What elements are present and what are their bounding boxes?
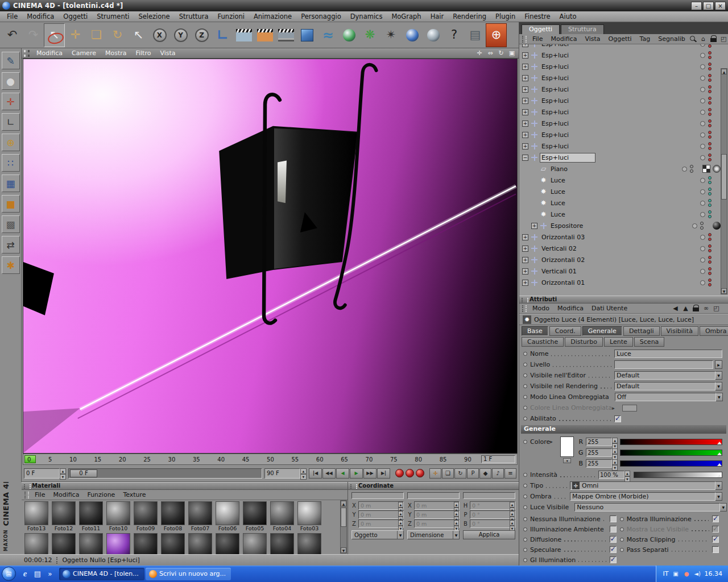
anim-dot[interactable]: [523, 494, 527, 498]
start-button[interactable]: [2, 567, 16, 581]
timeline-slider[interactable]: 0 F: [68, 468, 262, 479]
taskbar-task[interactable]: CINEMA 4D - [tolen...: [59, 568, 144, 580]
material-item[interactable]: [77, 532, 105, 554]
anim-dot[interactable]: [523, 527, 527, 531]
tree-row[interactable]: Luce: [519, 197, 721, 209]
checkbox[interactable]: [610, 556, 617, 563]
material-item[interactable]: Foto03: [296, 500, 323, 532]
spinner-arrows[interactable]: [624, 471, 630, 479]
material-item[interactable]: [23, 532, 50, 554]
generale-section-header[interactable]: Generale: [521, 425, 726, 434]
dropdown-arrow-icon[interactable]: [716, 393, 723, 401]
viewport-menu-item[interactable]: Mostra: [101, 49, 131, 57]
viewport-menu-item[interactable]: Modifica: [32, 49, 67, 57]
dropdown-arrow-icon[interactable]: [720, 503, 727, 512]
viewport-grip[interactable]: [24, 50, 30, 57]
tree-row[interactable]: + Verticali 02: [519, 243, 721, 254]
attr-tab[interactable]: Base: [522, 326, 548, 336]
rotate-tool[interactable]: ↻: [107, 23, 128, 47]
om-menu-item[interactable]: Tag: [636, 35, 655, 43]
expand-toggle[interactable]: +: [522, 234, 528, 240]
tree-row[interactable]: + Orizzontali 01: [519, 277, 721, 288]
object-label[interactable]: Verticali 02: [540, 244, 595, 253]
visibility-dots[interactable]: [708, 119, 712, 127]
anim-dot[interactable]: [523, 373, 527, 377]
menu-item[interactable]: File: [2, 13, 22, 20]
object-label[interactable]: Luce: [549, 188, 595, 196]
add-deformer-button[interactable]: [402, 23, 423, 47]
visibility-dots[interactable]: [690, 165, 693, 173]
rgb-value-field[interactable]: 255: [586, 448, 618, 457]
online-updater-button[interactable]: ⊕: [486, 23, 507, 47]
add-cube-button[interactable]: [296, 23, 317, 47]
attr-link-icon[interactable]: ∞: [702, 305, 710, 312]
material-thumbnail[interactable]: [79, 533, 103, 554]
attr-back-icon[interactable]: ◀: [672, 305, 679, 312]
ombra-dropdown[interactable]: Mappe Ombre (Morbide): [570, 492, 715, 501]
om-lock-icon[interactable]: [710, 35, 717, 43]
attr-tab[interactable]: Caustiche: [522, 337, 564, 347]
visibility-dots[interactable]: [708, 278, 712, 286]
object-label[interactable]: Esp+luci: [540, 97, 595, 105]
live-selection-tool[interactable]: ↖: [44, 23, 65, 47]
coord-field[interactable]: 0 m: [414, 519, 460, 528]
object-label[interactable]: Esp+luci: [540, 51, 595, 60]
om-search-icon[interactable]: [689, 35, 697, 43]
display-tray-icon[interactable]: ▣: [672, 570, 680, 577]
material-item[interactable]: Foto11: [77, 500, 105, 532]
livello-field[interactable]: [614, 360, 713, 369]
record-selection-button[interactable]: [416, 469, 424, 477]
anim-dot[interactable]: [523, 505, 527, 509]
object-tree-scrollbar[interactable]: ▲ ▼: [721, 68, 727, 294]
visibility-dots[interactable]: [708, 108, 712, 116]
rotate-view-icon[interactable]: ↻: [497, 49, 506, 57]
timeline-ruler[interactable]: 051015202530354045505560657075808590 1 F: [23, 454, 518, 465]
material-thumbnail[interactable]: [134, 533, 158, 554]
tree-row[interactable]: Luce: [519, 174, 721, 186]
spinner-arrows[interactable]: [510, 502, 515, 509]
material-thumbnail[interactable]: [216, 533, 239, 554]
anim-dot[interactable]: [620, 548, 624, 552]
attr-tab[interactable]: Lente: [604, 337, 633, 347]
expand-toggle[interactable]: +: [522, 268, 528, 275]
expand-toggle[interactable]: +: [522, 52, 528, 59]
material-thumbnail[interactable]: [24, 533, 48, 554]
checkbox[interactable]: [712, 516, 719, 522]
visibility-dots[interactable]: [708, 244, 712, 252]
attributes-panel-title[interactable]: Attributi: [519, 296, 728, 304]
object-label[interactable]: Verticali 01: [540, 267, 595, 276]
make-editable-icon[interactable]: ✎: [2, 52, 20, 69]
layer-dot[interactable]: [700, 44, 705, 47]
move-tool[interactable]: ✛: [65, 23, 86, 47]
dropdown-arrow-icon[interactable]: [715, 492, 722, 501]
attr-menu-item[interactable]: Dati Utente: [588, 305, 631, 312]
expand-toggle[interactable]: −: [522, 155, 528, 161]
tree-row[interactable]: + Esp+luci: [519, 84, 721, 95]
scrollbar-thumb[interactable]: [341, 508, 346, 527]
attr-tab[interactable]: Dettagli: [623, 326, 660, 336]
object-label[interactable]: Esp+luci: [540, 131, 595, 139]
modo-linea-dropdown[interactable]: Off: [615, 393, 716, 401]
current-tool-icon[interactable]: ↖: [128, 23, 149, 47]
anim-dot[interactable]: [523, 558, 527, 562]
material-item[interactable]: [187, 532, 214, 554]
material-thumbnail[interactable]: [161, 501, 185, 525]
anim-dot[interactable]: [523, 352, 527, 356]
keyframe-parameter-toggle[interactable]: P: [467, 468, 479, 479]
visibile-rendering-dropdown[interactable]: Default: [614, 382, 715, 390]
keyframe-position-toggle[interactable]: ✛: [429, 468, 441, 479]
object-label[interactable]: Orizzontali 01: [540, 278, 595, 287]
om-home-icon[interactable]: ⌂: [700, 35, 707, 43]
layer-dot[interactable]: [700, 269, 705, 274]
spinner-arrows[interactable]: [510, 520, 515, 527]
object-label[interactable]: Orizzontali 02: [540, 256, 595, 264]
material-thumbnail[interactable]: [216, 501, 239, 525]
tipo-dropdown[interactable]: Omni: [570, 481, 715, 490]
visibility-dots[interactable]: [708, 176, 712, 184]
material-item[interactable]: [50, 532, 77, 554]
tree-row[interactable]: + Esp+luci: [519, 140, 721, 152]
material-item[interactable]: Foto08: [159, 500, 187, 532]
expand-toggle[interactable]: +: [522, 132, 528, 138]
goto-end-button[interactable]: ▶|: [377, 468, 390, 479]
lock-z-axis-button[interactable]: Z: [191, 23, 212, 47]
